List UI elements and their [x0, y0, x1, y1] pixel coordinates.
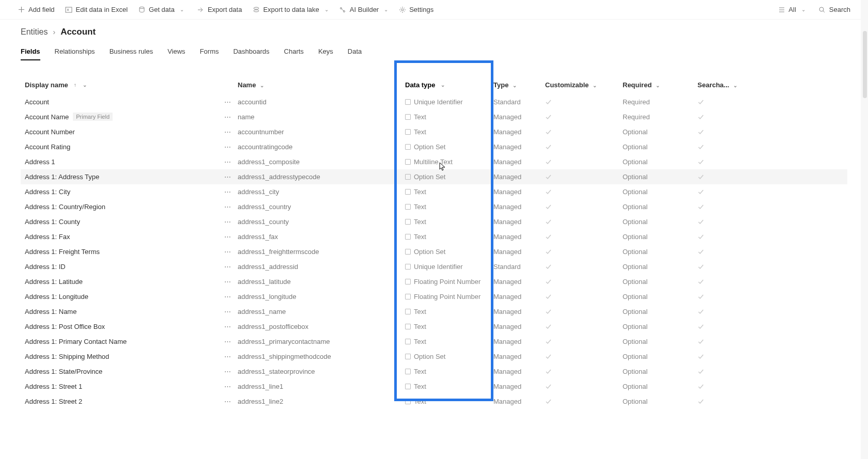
table-row[interactable]: Address 1: Freight Terms⋯address1_freigh…: [21, 244, 847, 259]
datatype-icon: [405, 189, 411, 195]
chevron-down-icon: ⌄: [593, 83, 597, 88]
col-required[interactable]: Required ⌄: [623, 81, 698, 89]
table-row[interactable]: Address 1: Longitude⋯address1_longitudeF…: [21, 289, 847, 304]
table-row[interactable]: Address 1: Post Office Box⋯address1_post…: [21, 319, 847, 334]
scrollbar-thumb[interactable]: [863, 31, 867, 98]
field-searchable-check: [698, 293, 739, 300]
field-display-name: Address 1: Longitude: [25, 293, 88, 300]
table-row[interactable]: Address 1: County⋯address1_countyTextMan…: [21, 214, 847, 229]
table-row[interactable]: Account Rating⋯accountratingcodeOption S…: [21, 139, 847, 154]
breadcrumb-root[interactable]: Entities: [21, 27, 48, 37]
col-display-name[interactable]: Display name ↑ ⌄: [21, 81, 217, 89]
field-name: address1_composite: [238, 158, 393, 166]
table-row[interactable]: Account Number⋯accountnumberTextManagedO…: [21, 124, 847, 139]
gear-icon: [398, 6, 406, 13]
more-actions-button[interactable]: ⋯: [217, 338, 238, 345]
field-display-name: Address 1: Address Type: [25, 173, 99, 181]
get-data-button[interactable]: Get data ⌄: [133, 4, 189, 15]
ai-builder-icon: [339, 6, 347, 13]
table-row[interactable]: Address 1: City⋯address1_cityTextManaged…: [21, 184, 847, 199]
field-type: Managed: [493, 203, 545, 211]
tab-views[interactable]: Views: [167, 44, 185, 60]
table-row[interactable]: Address 1: Fax⋯address1_faxTextManagedOp…: [21, 229, 847, 244]
more-actions-button[interactable]: ⋯: [217, 98, 238, 106]
ai-builder-button[interactable]: AI Builder ⌄: [334, 4, 393, 15]
datatype-icon: [405, 234, 411, 240]
table-row[interactable]: Address 1: ID⋯address1_addressidUnique I…: [21, 259, 847, 274]
datatype-icon: [405, 99, 411, 105]
view-filter-label: All: [788, 6, 796, 13]
datatype-icon: [405, 354, 411, 359]
col-type[interactable]: Type ⌄: [493, 81, 545, 89]
more-actions-button[interactable]: ⋯: [217, 293, 238, 300]
field-type: Managed: [493, 323, 545, 330]
field-display-name: Address 1: Name: [25, 308, 76, 315]
field-datatype: Floating Point Number: [414, 293, 481, 300]
more-actions-button[interactable]: ⋯: [217, 278, 238, 286]
tab-fields[interactable]: Fields: [21, 44, 40, 60]
tab-forms[interactable]: Forms: [200, 44, 219, 60]
datatype-icon: [405, 264, 411, 270]
more-actions-button[interactable]: ⋯: [217, 128, 238, 136]
tab-data[interactable]: Data: [348, 44, 362, 60]
more-actions-button[interactable]: ⋯: [217, 158, 238, 166]
view-filter-button[interactable]: All ⌄: [772, 4, 810, 15]
field-name: name: [238, 113, 393, 121]
field-customizable-check: [545, 218, 623, 225]
export-data-button[interactable]: Export data: [192, 4, 247, 15]
more-actions-button[interactable]: ⋯: [217, 398, 238, 405]
vertical-scrollbar[interactable]: [861, 0, 868, 409]
col-searchable[interactable]: Searcha... ⌄: [698, 81, 739, 89]
field-required: Optional: [623, 143, 698, 151]
table-row[interactable]: Address 1: Country/Region⋯address1_count…: [21, 199, 847, 214]
table-row[interactable]: Address 1: Primary Contact Name⋯address1…: [21, 334, 847, 349]
col-customizable[interactable]: Customizable ⌄: [545, 81, 623, 89]
more-actions-button[interactable]: ⋯: [217, 218, 238, 226]
more-actions-button[interactable]: ⋯: [217, 248, 238, 256]
more-actions-button[interactable]: ⋯: [217, 263, 238, 271]
field-customizable-check: [545, 99, 623, 105]
table-row[interactable]: Address 1: Shipping Method⋯address1_ship…: [21, 349, 847, 364]
tab-business-rules[interactable]: Business rules: [110, 44, 153, 60]
table-row[interactable]: Account NamePrimary Field⋯nameTextManage…: [21, 109, 847, 124]
table-row[interactable]: Address 1: Name⋯address1_nameTextManaged…: [21, 304, 847, 319]
field-searchable-check: [698, 353, 739, 360]
datatype-icon: [405, 369, 411, 374]
add-field-button[interactable]: Add field: [12, 4, 60, 15]
tab-keys[interactable]: Keys: [318, 44, 333, 60]
table-row[interactable]: Address 1: State/Province⋯address1_state…: [21, 364, 847, 379]
tab-dashboards[interactable]: Dashboards: [233, 44, 269, 60]
table-row[interactable]: Address 1: Address Type⋯address1_address…: [21, 169, 847, 184]
col-name[interactable]: Name ⌄: [238, 81, 393, 89]
search-button[interactable]: Search: [813, 4, 856, 15]
svg-rect-0: [66, 7, 72, 12]
col-data-type[interactable]: Data type ⌄: [393, 81, 493, 89]
tab-relationships[interactable]: Relationships: [55, 44, 95, 60]
field-display-name: Address 1: ID: [25, 263, 66, 271]
more-actions-button[interactable]: ⋯: [217, 113, 238, 121]
table-row[interactable]: Address 1: Street 2⋯address1_line2TextMa…: [21, 394, 847, 409]
field-customizable-check: [545, 398, 623, 405]
table-row[interactable]: Account⋯accountidUnique IdentifierStanda…: [21, 94, 847, 109]
more-actions-button[interactable]: ⋯: [217, 173, 238, 181]
settings-button[interactable]: Settings: [393, 4, 439, 15]
more-actions-button[interactable]: ⋯: [217, 368, 238, 375]
field-name: address1_city: [238, 188, 393, 196]
datatype-icon: [405, 384, 411, 389]
edit-excel-button[interactable]: Edit data in Excel: [60, 4, 133, 15]
more-actions-button[interactable]: ⋯: [217, 203, 238, 211]
table-row[interactable]: Address 1⋯address1_compositeMultiline Te…: [21, 154, 847, 169]
export-lake-button[interactable]: Export to data lake ⌄: [247, 4, 333, 15]
datatype-icon: [405, 249, 411, 255]
more-actions-button[interactable]: ⋯: [217, 353, 238, 360]
tab-charts[interactable]: Charts: [284, 44, 304, 60]
more-actions-button[interactable]: ⋯: [217, 323, 238, 330]
field-datatype: Unique Identifier: [414, 263, 463, 271]
more-actions-button[interactable]: ⋯: [217, 188, 238, 196]
more-actions-button[interactable]: ⋯: [217, 233, 238, 241]
more-actions-button[interactable]: ⋯: [217, 308, 238, 315]
more-actions-button[interactable]: ⋯: [217, 143, 238, 151]
more-actions-button[interactable]: ⋯: [217, 383, 238, 390]
table-row[interactable]: Address 1: Street 1⋯address1_line1TextMa…: [21, 379, 847, 394]
table-row[interactable]: Address 1: Latitude⋯address1_latitudeFlo…: [21, 274, 847, 289]
